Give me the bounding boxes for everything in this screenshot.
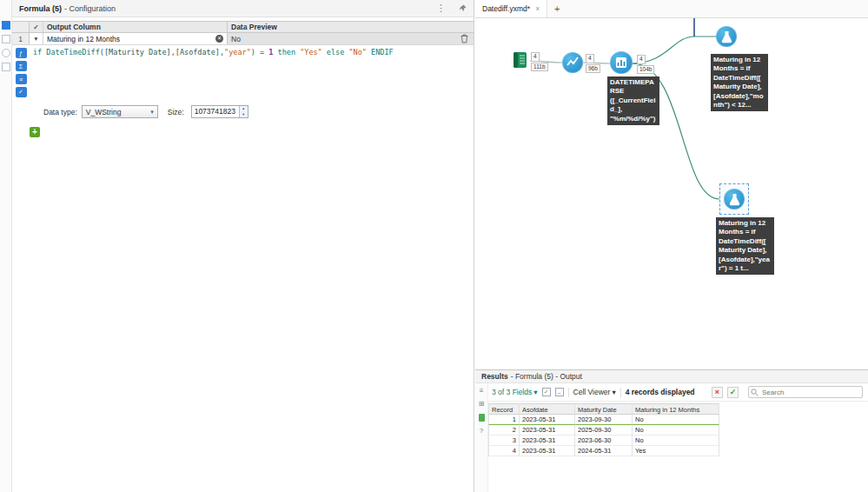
column-header-asofdate[interactable]: Asofdate	[520, 403, 575, 415]
functions-icon[interactable]: Σ	[16, 61, 27, 71]
fields-icon[interactable]: ƒ	[16, 48, 27, 58]
workflow-tab[interactable]: Datediff.yxmd* ×	[475, 0, 547, 17]
data-type-select[interactable]: V_WString ▾	[82, 105, 158, 118]
saved-expressions-icon[interactable]: ✓	[16, 87, 27, 97]
output-anchor-icon[interactable]	[479, 414, 485, 422]
column-header-record[interactable]: Record	[488, 403, 520, 415]
row-number-header	[12, 22, 30, 32]
step-down-icon[interactable]: ▾	[240, 112, 248, 118]
chevron-down-icon[interactable]: ▾	[30, 33, 43, 44]
formula-bottom-annotation[interactable]: Maturing in 12 Months = if DateTimeDiff(…	[716, 217, 774, 275]
select-tool-icon	[567, 57, 579, 69]
column-header-maturity-date[interactable]: Maturity Date	[575, 403, 633, 415]
clear-icon[interactable]: ✕	[215, 35, 223, 43]
info-icon[interactable]: ?	[480, 428, 483, 435]
cancel-button[interactable]: ×	[712, 387, 723, 398]
close-icon[interactable]: ×	[535, 4, 540, 13]
row-number: 1	[12, 33, 30, 44]
select-tool[interactable]	[562, 52, 583, 73]
formula-flask-icon	[721, 30, 732, 43]
results-table: Record Asofdate Maturity Date Maturing i…	[488, 403, 719, 456]
configuration-title: Formula (5)	[19, 4, 62, 13]
select-all-checkbox-icon[interactable]: ✓	[542, 388, 551, 396]
results-panel: Results - Formula (5) - Output 3 of 3 Fi…	[475, 369, 868, 492]
selection-box	[719, 183, 749, 215]
output-column-header[interactable]: Output Column	[43, 22, 228, 32]
multi-field-count-badge: 4 104b	[637, 55, 654, 74]
formula-tool-bottom[interactable]	[724, 189, 745, 209]
alteryx-designer-window: Formula (5) - Configuration ⋮ ✓ Output C…	[0, 0, 868, 492]
app-left-rail	[0, 0, 12, 492]
configuration-header: Formula (5) - Configuration ⋮	[12, 0, 474, 17]
records-count: 4 records displayed	[626, 388, 695, 396]
configuration-panel: Formula (5) - Configuration ⋮ ✓ Output C…	[12, 0, 474, 492]
output-column-row: 1 ▾ Maturing in 12 Months ✕ No	[12, 33, 474, 45]
apply-button[interactable]: ✓	[727, 387, 739, 398]
results-table-header: Record Asofdate Maturity Date Maturing i…	[488, 403, 719, 415]
cell-viewer-dropdown[interactable]: Cell Viewer ▾	[573, 388, 616, 396]
data-preview-value: No	[228, 33, 454, 44]
more-menu-icon[interactable]: ⋮	[436, 3, 446, 13]
formula-flask-icon	[729, 193, 740, 206]
output-column-name-field[interactable]: Maturing in 12 Months ✕	[43, 33, 228, 44]
select-count-badge: 4 96b	[586, 54, 600, 73]
workflow-config-icon[interactable]	[2, 21, 10, 30]
deselect-all-icon[interactable]: –	[555, 388, 564, 396]
formula-top-annotation[interactable]: Maturing in 12 Months = if DateTimeDiff(…	[711, 54, 768, 111]
output-column-name: Maturing in 12 Months	[47, 33, 120, 45]
multi-field-formula-tool[interactable]	[610, 51, 633, 74]
grid-view-icon[interactable]: ⊞	[479, 401, 485, 408]
size-input[interactable]: 1073741823 ▴ ▾	[191, 105, 248, 118]
pin-icon[interactable]	[459, 4, 467, 12]
results-title: Results	[481, 372, 508, 381]
toolbar-divider	[568, 388, 569, 397]
search-box	[748, 386, 863, 398]
table-row[interactable]: 3 2023-05-31 2023-06-30 No	[488, 435, 719, 446]
chevron-down-icon: ▾	[150, 109, 154, 116]
chevron-down-icon: ▾	[612, 388, 615, 396]
search-input[interactable]	[748, 386, 863, 398]
results-header: Results - Formula (5) - Output	[475, 370, 868, 383]
workflow-tab-bar: Datediff.yxmd* × +	[475, 0, 868, 18]
delete-expression-button[interactable]	[454, 33, 474, 44]
search-icon	[751, 389, 759, 398]
constants-icon[interactable]: ≡	[16, 74, 27, 84]
workflow-canvas[interactable]: 4 111b 4 96b 4 104b DATETIMEPARSE ([_Cur…	[475, 18, 868, 369]
datetimeparse-annotation[interactable]: DATETIMEPARSE ([_CurrentField_], "%m/%d/…	[607, 76, 659, 125]
input-count-badge: 4 111b	[531, 52, 548, 71]
formula-editor: ƒ Σ ≡ ✓ if DateTimeDiff([Maturity Date],…	[12, 45, 474, 100]
data-type-label: Data type:	[43, 108, 77, 116]
table-row[interactable]: 2 2023-05-31 2025-09-30 No	[488, 425, 719, 435]
results-toolbar: 3 of 3 Fields ▾ ✓ – Cell Viewer ▾ 4 reco…	[475, 383, 868, 402]
formula-editor-rail: ƒ Σ ≡ ✓	[12, 45, 30, 100]
trash-icon	[461, 34, 468, 43]
workflow-tab-label: Datediff.yxmd*	[482, 4, 530, 13]
expression-input[interactable]: if DateTimeDiff([Maturity Date],[Asofdat…	[30, 45, 474, 100]
size-label: Size:	[168, 108, 184, 116]
fields-dropdown[interactable]: 3 of 3 Fields ▾	[492, 388, 538, 396]
add-expression-button[interactable]: +	[30, 127, 40, 137]
multi-field-formula-icon	[615, 57, 627, 69]
menu-icon[interactable]: ≡	[480, 388, 484, 395]
trash-column-header	[454, 22, 474, 32]
input-data-icon	[511, 50, 530, 70]
data-type-row: Data type: V_WString ▾ Size: 1073741823 …	[12, 100, 474, 118]
grid-header-row: ✓ Output Column Data Preview	[12, 22, 474, 33]
output-columns-grid: ✓ Output Column Data Preview 1 ▾ Maturin…	[12, 21, 474, 45]
size-stepper[interactable]: ▴ ▾	[239, 106, 248, 117]
records-icon[interactable]	[2, 35, 10, 43]
check-column-header: ✓	[30, 22, 43, 32]
interface-icon[interactable]	[2, 49, 10, 57]
new-tab-button[interactable]: +	[547, 0, 567, 17]
column-header-maturing[interactable]: Maturing in 12 Months	[633, 403, 719, 415]
right-pane: Datediff.yxmd* × + 4	[475, 0, 868, 492]
table-row[interactable]: 1 2023-05-31 2023-09-30 No	[488, 415, 719, 425]
table-row[interactable]: 4 2023-05-31 2024-05-31 Yes	[488, 446, 719, 456]
toolbar-divider	[620, 388, 621, 397]
data-preview-header[interactable]: Data Preview	[228, 22, 454, 32]
help-icon[interactable]	[2, 63, 10, 71]
formula-tool-top[interactable]	[716, 26, 737, 47]
input-data-tool[interactable]	[511, 50, 530, 71]
results-left-rail: ≡ ⊞ ?	[475, 383, 488, 492]
chevron-down-icon: ▾	[533, 388, 537, 396]
